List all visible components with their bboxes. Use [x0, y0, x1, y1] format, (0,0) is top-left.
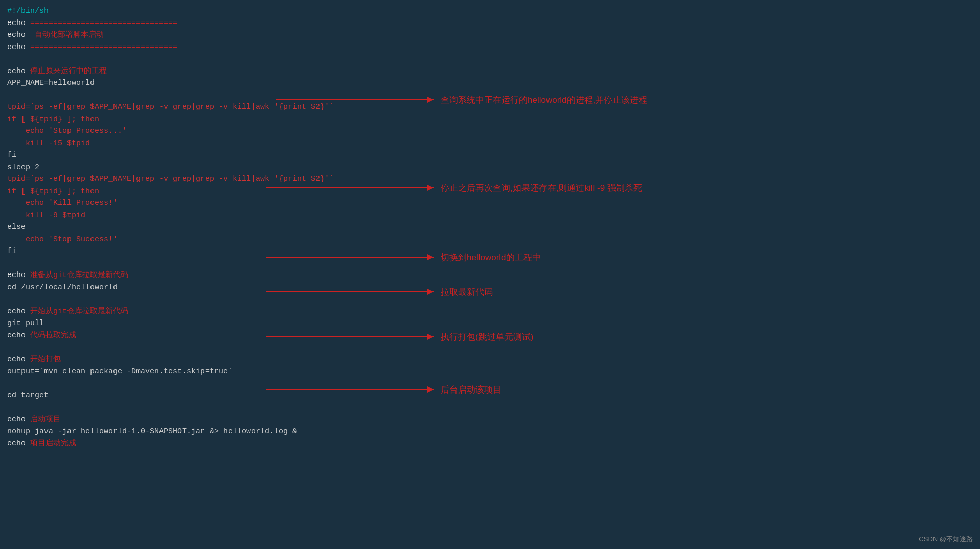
svg-marker-10 [427, 289, 434, 295]
code-line: tpid=`ps -ef|grep $APP_NAME|grep -v grep… [7, 173, 412, 186]
code-line: cd /usr/local/helloworld [7, 282, 412, 294]
svg-marker-16 [427, 386, 434, 393]
svg-marker-1 [427, 97, 434, 103]
code-line: echo ================================ [7, 17, 412, 30]
svg-text:查询系统中正在运行的helloworld的进程,并停止该进程: 查询系统中正在运行的helloworld的进程,并停止该进程 [441, 95, 647, 105]
code-line: echo 项目启动完成 [7, 438, 412, 450]
code-line: echo 停止原来运行中的工程 [7, 65, 412, 78]
svg-marker-4 [427, 185, 434, 191]
code-line [7, 258, 412, 270]
code-line: echo 'Stop Process...' [7, 125, 412, 138]
code-line: output=`mvn clean package -Dmaven.test.s… [7, 365, 412, 378]
code-line: if [ ${tpid} ]; then [7, 113, 412, 126]
code-block: #!/bin/shecho ==========================… [0, 0, 419, 549]
code-line [7, 53, 412, 65]
code-line: cd target [7, 390, 412, 402]
svg-text:拉取最新代码: 拉取最新代码 [441, 287, 493, 297]
code-line: fi [7, 149, 412, 162]
code-line: sleep 2 [7, 162, 412, 174]
svg-text:停止之后再次查询,如果还存在,则通过kill -9 强制杀死: 停止之后再次查询,如果还存在,则通过kill -9 强制杀死 [441, 183, 642, 193]
code-line: if [ ${tpid} ]; then [7, 186, 412, 198]
svg-text:切换到helloworld的工程中: 切换到helloworld的工程中 [441, 253, 541, 262]
code-line [7, 378, 412, 390]
code-line: #!/bin/sh [7, 5, 412, 17]
svg-text:后台启动该项目: 后台启动该项目 [441, 385, 502, 395]
code-line: fi [7, 245, 412, 258]
code-line [7, 341, 412, 354]
code-line: kill -15 $tpid [7, 138, 412, 150]
code-line: echo ================================ [7, 41, 412, 54]
code-line: git pull [7, 317, 412, 330]
code-line [7, 89, 412, 102]
svg-marker-7 [427, 254, 434, 260]
code-line: kill -9 $tpid [7, 210, 412, 222]
code-line: echo 'Kill Process!' [7, 197, 412, 210]
code-line: echo 开始从git仓库拉取最新代码 [7, 306, 412, 318]
code-line: nohup java -jar helloworld-1.0-SNAPSHOT.… [7, 426, 412, 438]
svg-marker-13 [427, 334, 434, 340]
code-line: APP_NAME=helloworld [7, 77, 412, 89]
code-line: tpid=`ps -ef|grep $APP_NAME|grep -v grep… [7, 101, 412, 113]
code-line [7, 293, 412, 306]
watermark: CSDN @不知迷路 [919, 535, 973, 544]
code-line: echo 自动化部署脚本启动 [7, 29, 412, 41]
code-line: else [7, 221, 412, 234]
code-line [7, 402, 412, 414]
code-line: echo 'Stop Success!' [7, 234, 412, 246]
code-line: echo 代码拉取完成 [7, 330, 412, 342]
code-line: echo 开始打包 [7, 354, 412, 366]
code-line: echo 准备从git仓库拉取最新代码 [7, 269, 412, 282]
code-line: echo 启动项目 [7, 414, 412, 426]
svg-text:执行打包(跳过单元测试): 执行打包(跳过单元测试) [441, 332, 533, 342]
